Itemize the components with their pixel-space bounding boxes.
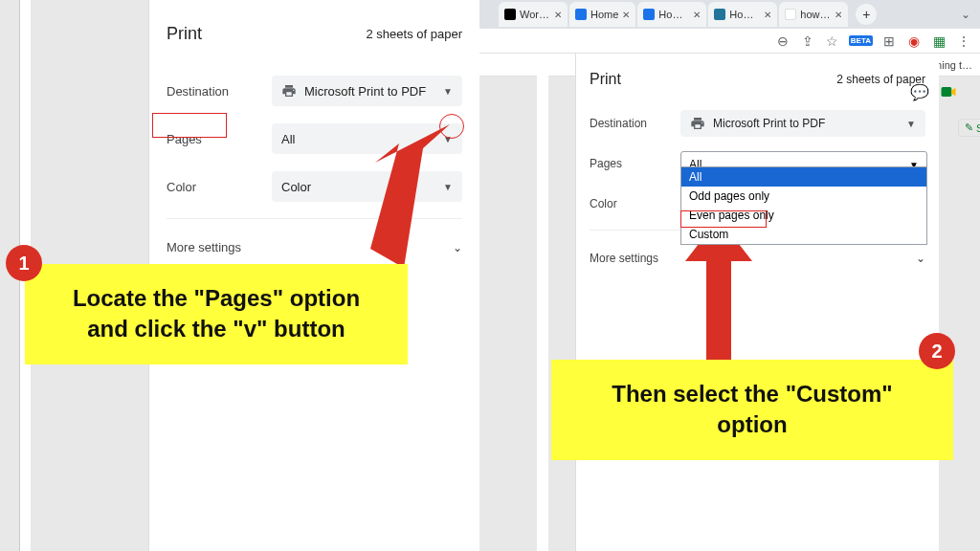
comment-icon[interactable]: 💬: [910, 83, 929, 101]
pages-option-all[interactable]: All: [681, 167, 926, 187]
suggesting-button[interactable]: ✎ Sugg: [958, 119, 980, 137]
print-dialog-right: Print 2 sheets of paper Destination Micr…: [575, 54, 939, 551]
callout-step-1: Locate the "Pages" option and click the …: [25, 264, 408, 364]
chevron-down-icon: ⌄: [453, 241, 462, 254]
color-row: Color Color ▼: [167, 170, 462, 203]
pages-option-odd[interactable]: Odd pages only: [681, 187, 926, 206]
doc-tool-icons: 💬: [910, 82, 958, 101]
print-title: Print: [167, 24, 202, 44]
printer-icon: [690, 116, 705, 131]
new-tab-button[interactable]: +: [856, 4, 877, 25]
pages-option-custom[interactable]: Custom: [681, 225, 926, 244]
tab-label: How to: [658, 9, 689, 20]
extension-icon[interactable]: ◉: [905, 33, 923, 50]
chevron-down-icon: ⌄: [916, 252, 925, 265]
pages-label: Pages: [590, 157, 680, 170]
browser-toolbar: ⊖ ⇪ ☆ BETA ⊞ ◉ ▦ ⋮: [479, 29, 980, 54]
favicon-icon: [643, 9, 655, 20]
chevron-down-icon: ▼: [443, 134, 453, 144]
browser-tab[interactable]: Home✕: [569, 2, 635, 27]
share-icon[interactable]: ⇪: [799, 33, 816, 50]
destination-label: Destination: [167, 84, 272, 99]
destination-row: Destination Microsoft Print to PDF ▼: [167, 75, 462, 107]
more-settings-toggle[interactable]: More settings ⌄: [590, 246, 925, 271]
divider: [167, 218, 462, 219]
close-icon[interactable]: ✕: [764, 10, 771, 20]
puzzle-icon[interactable]: ⊞: [880, 33, 898, 50]
print-title: Print: [590, 71, 621, 88]
close-icon[interactable]: ✕: [622, 10, 630, 20]
printer-icon: [281, 83, 297, 99]
tab-label: how to: [800, 9, 831, 20]
favicon-icon: [575, 9, 587, 20]
browser-tabs-bar: WordC✕ Home✕ How to✕ How to✕ how to✕ + ⌄: [479, 0, 980, 29]
more-settings-toggle[interactable]: More settings ⌄: [167, 234, 462, 260]
sheet-count: 2 sheets of paper: [367, 27, 462, 41]
chevron-down-icon: ▼: [443, 86, 453, 97]
zoom-icon[interactable]: ⊖: [774, 33, 791, 50]
pages-select[interactable]: All ▼: [272, 123, 462, 154]
right-panel: WordC✕ Home✕ How to✕ How to✕ how to✕ + ⌄…: [479, 0, 980, 551]
pages-value: All: [281, 132, 295, 146]
more-settings-label: More settings: [590, 252, 658, 265]
beta-badge: BETA: [849, 35, 873, 46]
document-preview-strip: [537, 54, 548, 551]
tab-label: WordC: [520, 9, 550, 20]
step-badge-1: 1: [6, 245, 42, 281]
suggesting-label: Sugg: [976, 122, 980, 134]
pages-option-even[interactable]: Even pages only: [681, 206, 926, 225]
browser-tab[interactable]: How to✕: [637, 2, 706, 27]
destination-value: Microsoft Print to PDF: [713, 117, 825, 130]
color-label: Color: [590, 197, 680, 210]
favicon-icon: [714, 9, 725, 20]
favicon-icon: [504, 9, 516, 20]
menu-icon[interactable]: ⋮: [955, 33, 972, 50]
close-icon[interactable]: ✕: [554, 10, 562, 20]
favicon-icon: [785, 9, 796, 20]
chevron-down-icon: ▼: [906, 119, 916, 129]
tab-label: How to: [729, 9, 760, 20]
browser-tab[interactable]: How to✕: [708, 2, 777, 27]
edit-icon: ✎: [965, 121, 973, 134]
more-settings-label: More settings: [167, 240, 241, 254]
callout-step-2: Then select the "Custom" option: [551, 360, 953, 460]
color-label: Color: [167, 180, 272, 194]
pages-label: Pages: [167, 132, 272, 146]
extension-icon[interactable]: ▦: [930, 33, 947, 50]
destination-select[interactable]: Microsoft Print to PDF ▼: [680, 110, 925, 137]
destination-row: Destination Microsoft Print to PDF ▼: [590, 109, 925, 138]
close-icon[interactable]: ✕: [835, 10, 842, 20]
tab-label: Home: [590, 9, 618, 20]
browser-tab[interactable]: how to✕: [779, 2, 848, 27]
pages-dropdown-list: All Odd pages only Even pages only Custo…: [680, 166, 927, 245]
star-icon[interactable]: ☆: [824, 33, 841, 50]
destination-value: Microsoft Print to PDF: [304, 84, 426, 99]
chevron-down-icon: ▼: [443, 182, 453, 192]
color-value: Color: [281, 180, 311, 194]
close-icon[interactable]: ✕: [693, 10, 701, 20]
svg-rect-0: [942, 87, 952, 97]
chevron-down-icon[interactable]: ⌄: [961, 8, 970, 21]
color-select[interactable]: Color ▼: [272, 171, 462, 202]
browser-tab[interactable]: WordC✕: [499, 2, 568, 27]
meet-icon[interactable]: [939, 82, 958, 101]
destination-select[interactable]: Microsoft Print to PDF ▼: [272, 76, 462, 106]
pages-row: Pages All ▼: [167, 122, 462, 155]
destination-label: Destination: [590, 117, 680, 130]
step-badge-2: 2: [919, 333, 955, 369]
